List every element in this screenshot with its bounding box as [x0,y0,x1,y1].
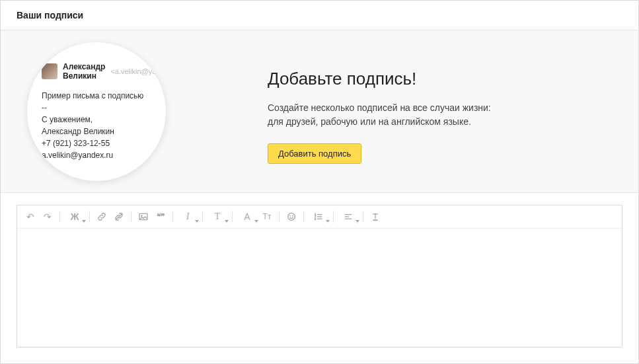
signature-preview: Александр Великин <a.velikin@yandex.ru> … [27,42,166,181]
toolbar-separator [279,211,280,223]
align-button[interactable] [338,209,359,224]
chevron-down-icon [254,220,258,223]
cta-block: Добавьте подпись! Создайте несколько под… [268,69,612,164]
toolbar-separator [202,211,203,223]
toolbar-separator [232,211,233,223]
font-color-icon: A [244,211,250,222]
redo-icon: ↷ [44,211,52,222]
unlink-icon [114,211,124,222]
undo-icon: ↶ [26,211,34,222]
list-button[interactable]: 123 [308,209,329,224]
svg-text:3: 3 [315,217,317,221]
chevron-down-icon [356,220,359,223]
link-icon [96,211,107,222]
link-button[interactable] [94,209,110,224]
bold-button[interactable]: Ж [64,209,85,224]
svg-point-3 [288,213,295,221]
unlink-button[interactable] [111,209,127,224]
chevron-down-icon [82,220,86,223]
signature-editor: ↶ ↷ Ж ❝❞ [17,205,622,347]
toolbar-separator [172,211,173,223]
add-signature-button[interactable]: Добавить подпись [268,143,361,164]
emoji-button[interactable] [283,209,299,224]
list-icon: 123 [313,211,324,222]
text-style-button[interactable]: I [177,209,198,224]
editor-textarea[interactable] [17,229,622,347]
align-icon [343,211,354,222]
preview-intro: Пример письма с подписью [42,90,151,102]
font-size-button[interactable]: Tт [259,209,275,224]
signature-hero: Александр Великин <a.velikin@yandex.ru> … [1,30,638,193]
section-title-text: Ваши подписи [17,10,83,20]
svg-point-2 [141,215,142,217]
cta-line2: для друзей, рабочую или на английском яз… [268,116,471,127]
chevron-down-icon [326,220,330,223]
preview-sender-name: Александр Великин [63,62,105,81]
image-icon [138,211,149,222]
toolbar-separator [59,211,60,223]
preview-body: Пример письма с подписью -- С уважением,… [42,90,151,161]
preview-sig-sep: -- [42,102,151,114]
toolbar-separator [333,211,334,223]
redo-button[interactable]: ↷ [40,209,56,224]
text-style-icon: I [186,211,190,222]
image-button[interactable] [135,209,151,224]
undo-button[interactable]: ↶ [22,209,38,224]
smile-icon [286,211,297,222]
preview-sig-name: Александр Великин [42,126,151,137]
preview-sig-email: a.velikin@yandex.ru [42,149,151,161]
preview-sender-email: <a.velikin@yandex.ru> [110,67,166,75]
font-size-icon: Tт [263,212,272,221]
quote-button[interactable]: ❝❞ [153,209,169,224]
cta-text: Создайте несколько подписей на все случа… [268,101,612,129]
svg-point-5 [292,215,293,216]
cta-title: Добавьте подпись! [268,69,612,89]
toolbar-separator [363,211,363,223]
preview-sig-regards: С уважением, [42,114,151,126]
toolbar-separator [131,211,132,223]
toolbar-separator [303,211,304,223]
text-color-button[interactable]: T [207,209,228,224]
quote-icon: ❝❞ [157,212,165,221]
bold-icon: Ж [71,211,79,222]
section-title: Ваши подписи [1,1,638,30]
preview-sig-phone: +7 (921) 323-12-55 [42,137,151,149]
preview-sender: Александр Великин <a.velikin@yandex.ru> [42,62,151,81]
editor-section: ↶ ↷ Ж ❝❞ [1,193,638,363]
font-color-button[interactable]: A [237,209,258,224]
clear-format-icon [370,211,381,222]
text-color-icon: T [215,211,221,222]
svg-point-4 [289,215,290,216]
cta-line1: Создайте несколько подписей на все случа… [268,102,491,113]
toolbar-separator [89,211,90,223]
clear-format-button[interactable] [367,209,383,224]
editor-toolbar: ↶ ↷ Ж ❝❞ [17,205,622,229]
avatar [42,63,57,79]
chevron-down-icon [225,220,229,223]
chevron-down-icon [195,220,199,223]
